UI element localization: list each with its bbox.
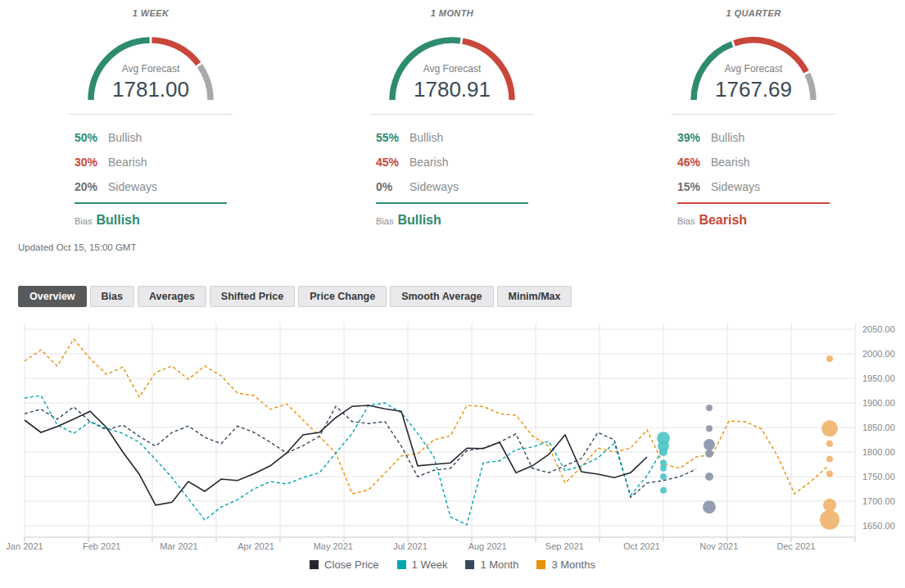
y-axis-label: 1900.00	[862, 398, 895, 408]
sentiment-label: Bullish	[410, 131, 443, 144]
panel-1-week: 1 WEEK Avg Forecast1781.00 50%Bullish30%…	[0, 0, 301, 228]
divider	[370, 114, 534, 115]
panel-title: 1 MONTH	[301, 8, 603, 18]
sentiment-percent: 50%	[75, 131, 108, 144]
sentiment-row-bearish: 46%Bearish	[677, 150, 830, 174]
tab-price-change[interactable]: Price Change	[298, 286, 387, 307]
sentiment-stats: 39%Bullish46%Bearish15%Sideways	[677, 125, 830, 199]
legend-swatch	[465, 560, 474, 569]
avg-forecast-label: Avg Forecast	[122, 63, 180, 75]
legend-swatch	[397, 560, 406, 569]
legend-item-1-week[interactable]: 1 Week	[397, 559, 448, 571]
y-axis-label: 1700.00	[862, 496, 895, 506]
x-axis-label: Mar 2021	[160, 541, 197, 551]
legend-item-1-month[interactable]: 1 Month	[465, 559, 518, 571]
chart-gridlines	[25, 323, 855, 542]
x-axis-label: Apr 2021	[238, 541, 274, 551]
tab-bias[interactable]: Bias	[90, 286, 134, 307]
legend-item-3-months[interactable]: 3 Months	[536, 559, 595, 571]
panel-title: 1 WEEK	[0, 8, 301, 18]
x-axis-label: May 2021	[314, 541, 353, 551]
tab-minim-max[interactable]: Minim/Max	[497, 286, 572, 307]
sentiment-percent: 30%	[75, 156, 108, 169]
y-axis-label: 2050.00	[862, 324, 895, 334]
sentiment-label: Bullish	[711, 131, 744, 144]
sentiment-label: Bearish	[108, 156, 147, 169]
sentiment-percent: 15%	[677, 180, 711, 193]
gauge-1-week: Avg Forecast1781.00	[69, 21, 233, 103]
sentiment-row-bullish: 55%Bullish	[376, 125, 528, 150]
bias-label: Bias	[677, 216, 695, 226]
sentiment-row-bearish: 45%Bearish	[376, 150, 528, 174]
sentiment-percent: 39%	[677, 131, 711, 144]
x-axis-label: Oct 2021	[623, 541, 660, 551]
gauge-arc-segment	[200, 66, 210, 100]
sentiment-row-sideways: 15%Sideways	[677, 174, 830, 199]
panel-1-month: 1 MONTH Avg Forecast1780.91 55%Bullish45…	[301, 0, 603, 228]
sentiment-percent: 0%	[376, 180, 410, 193]
legend-label: 1 Week	[412, 559, 448, 571]
sentiment-row-sideways: 20%Sideways	[75, 174, 227, 199]
gauge-arc-segment	[152, 40, 198, 64]
sentiment-label: Sideways	[711, 180, 760, 193]
close-price-line	[25, 405, 647, 505]
legend-swatch	[536, 560, 545, 569]
chart-legend: Close Price1 Week1 Month3 Months	[0, 559, 905, 571]
chart-tab-bar: OverviewBiasAveragesShifted PricePrice C…	[18, 286, 572, 307]
y-axis-label: 1800.00	[862, 447, 895, 457]
3-months-forecast-bubbles	[820, 355, 839, 530]
sentiment-label: Bullish	[108, 131, 142, 144]
x-axis-label: Sep 2021	[545, 541, 584, 551]
avg-forecast-value: 1780.91	[414, 77, 491, 102]
bias-value: Bullish	[397, 213, 441, 228]
sentiment-label: Bearish	[711, 156, 749, 169]
avg-forecast-value: 1767.69	[715, 77, 792, 102]
updated-timestamp: Updated Oct 15, 15:00 GMT	[18, 242, 136, 252]
tab-overview[interactable]: Overview	[18, 286, 87, 307]
y-axis-label: 1850.00	[862, 423, 895, 432]
y-axis-label: 1950.00	[862, 373, 895, 383]
gauge-arc-segment	[808, 74, 813, 100]
3-months-line	[25, 339, 827, 494]
bias-label: Bias	[376, 216, 393, 226]
sentiment-percent: 20%	[75, 180, 108, 193]
x-axis-label: Feb 2021	[83, 541, 120, 551]
sentiment-label: Bearish	[410, 156, 448, 169]
sentiment-percent: 46%	[677, 156, 711, 169]
sentiment-row-bullish: 50%Bullish	[75, 125, 227, 150]
gauge-1-quarter: Avg Forecast1767.69	[672, 21, 835, 103]
panel-1-quarter: 1 QUARTER Avg Forecast1767.69 39%Bullish…	[603, 0, 904, 228]
tab-averages[interactable]: Averages	[138, 286, 206, 307]
x-axis-label: Jan 2021	[6, 541, 43, 551]
tab-shifted-price[interactable]: Shifted Price	[210, 286, 295, 307]
forecast-poll-widget: 1 WEEK Avg Forecast1781.00 50%Bullish30%…	[0, 0, 905, 588]
tab-smooth-average[interactable]: Smooth Average	[390, 286, 493, 307]
legend-item-close-price[interactable]: Close Price	[310, 559, 378, 571]
sentiment-row-sideways: 0%Sideways	[376, 174, 528, 199]
x-axis-label: Jul 2021	[393, 541, 428, 551]
bias-underline	[376, 202, 528, 204]
sentiment-label: Sideways	[410, 180, 459, 193]
y-axis-label: 1650.00	[862, 521, 895, 531]
forecast-chart: 2050.002000.001950.001900.001850.001800.…	[0, 318, 905, 565]
legend-swatch	[310, 560, 319, 569]
divider	[69, 114, 233, 115]
gauge-1-month: Avg Forecast1780.91	[370, 21, 534, 103]
sentiment-row-bearish: 30%Bearish	[75, 150, 227, 174]
avg-forecast-label: Avg Forecast	[725, 63, 783, 75]
y-axis-label: 1750.00	[862, 472, 895, 482]
sentiment-label: Sideways	[108, 180, 157, 193]
sentiment-percent: 45%	[376, 156, 410, 169]
bias-underline	[677, 202, 830, 204]
bias-underline	[75, 202, 227, 204]
avg-forecast-label: Avg Forecast	[423, 63, 482, 75]
sentiment-stats: 55%Bullish45%Bearish0%Sideways	[376, 125, 528, 199]
sentiment-stats: 50%Bullish30%Bearish20%Sideways	[75, 125, 227, 199]
bias-value: Bearish	[699, 213, 747, 228]
x-axis-label: Aug 2021	[468, 541, 507, 551]
y-axis-label: 2000.00	[862, 349, 895, 359]
avg-forecast-value: 1781.00	[112, 77, 189, 102]
legend-label: Close Price	[324, 559, 378, 571]
legend-label: 1 Month	[480, 559, 518, 571]
legend-label: 3 Months	[551, 559, 595, 571]
